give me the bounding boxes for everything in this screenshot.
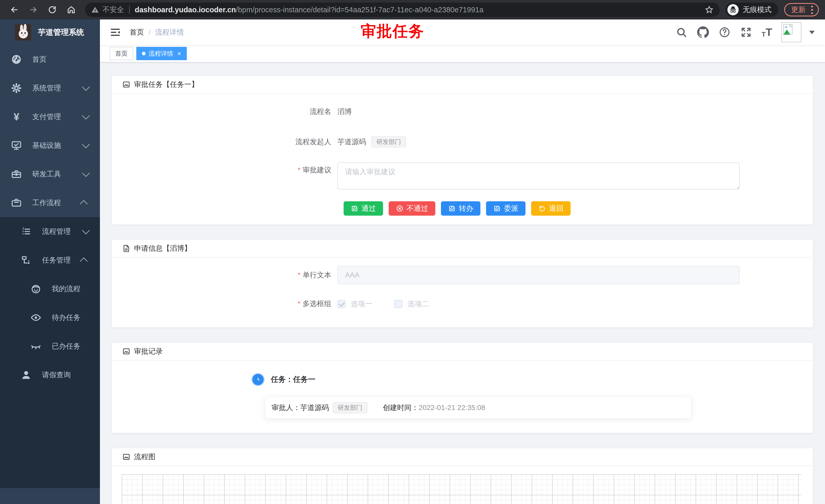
apply-info-card: 申请信息【滔博】 单行文本 多选框组 选项一: [111, 239, 814, 328]
field-label: 流程发起人: [112, 136, 338, 148]
process-name-row: 流程名 滔博: [112, 106, 813, 117]
tab-home[interactable]: 首页: [110, 47, 133, 60]
incognito-label: 无痕模式: [743, 5, 771, 15]
sidebar-item-system[interactable]: 系统管理: [0, 74, 100, 102]
browser-update-button[interactable]: 更新: [784, 3, 819, 16]
approval-record-item: 审批人： 芋道源码 研发部门 创建时间： 2022-01-21 22:35:08: [265, 397, 691, 418]
sidebar-item-leave-query[interactable]: 请假查询: [0, 360, 100, 389]
sidebar-item-done-tasks[interactable]: 已办任务: [0, 332, 100, 360]
url-text: dashboard.yudao.iocoder.cn/bpm/process-i…: [135, 6, 483, 14]
return-button[interactable]: 退回: [531, 201, 571, 216]
user-icon: [20, 369, 32, 381]
breadcrumb-current: 流程详情: [155, 27, 184, 37]
suggestion-row: 审批建议: [112, 162, 813, 189]
sidebar-item-payment[interactable]: ¥ 支付管理: [0, 102, 100, 131]
chevron-down-icon: [82, 226, 90, 234]
process-diagram-card: 流程图: [111, 448, 814, 504]
forward-icon[interactable]: [25, 3, 42, 17]
card-header: 流程图: [112, 448, 813, 466]
card-header: 审批记录: [112, 343, 813, 360]
eye-closed-icon: [30, 340, 42, 352]
bookmark-star-icon[interactable]: [705, 5, 714, 14]
tab-label: 流程详情: [149, 50, 173, 58]
search-icon[interactable]: [675, 26, 688, 38]
tab-close-icon[interactable]: ×: [177, 50, 181, 57]
github-icon[interactable]: [697, 26, 709, 38]
sidebar-item-label: 系统管理: [32, 83, 61, 93]
sidebar-item-devtools[interactable]: 研发工具: [0, 160, 100, 188]
sidebar-item-label: 任务管理: [42, 255, 71, 265]
card-title: 审批任务【任务一】: [134, 80, 199, 89]
tab-process-detail[interactable]: 流程详情 ×: [136, 47, 187, 60]
sidebar-item-home[interactable]: 首页: [0, 45, 100, 74]
sidebar-item-label: 首页: [32, 55, 47, 64]
url-bar[interactable]: 不安全 dashboard.yudao.iocoder.cn/bpm/proce…: [85, 3, 720, 17]
sidebar-logo[interactable]: 芋道管理系统: [0, 19, 100, 45]
approve-task-card: 审批任务【任务一】 流程名 滔博 流程发起人 芋道源码 研发部门: [111, 75, 814, 225]
edit-icon: [351, 204, 359, 212]
button-label: 退回: [549, 203, 564, 213]
button-label: 通过: [362, 203, 376, 213]
single-text-row: 单行文本: [112, 266, 813, 284]
delegate-button[interactable]: 委派: [486, 201, 525, 216]
yen-icon: ¥: [10, 111, 22, 123]
task-name: 任务：任务一: [271, 374, 315, 385]
breadcrumb-home[interactable]: 首页: [130, 27, 144, 37]
field-label: 审批建议: [112, 162, 338, 176]
gear-icon: [10, 82, 22, 94]
checkbox-label: 选项二: [407, 299, 429, 309]
sidebar-item-todo-tasks[interactable]: 待办任务: [0, 303, 100, 332]
help-icon[interactable]: [719, 26, 731, 38]
tree-icon: [20, 254, 32, 266]
sidebar-item-infra[interactable]: 基础设施: [0, 131, 100, 160]
edit-icon: [448, 204, 456, 212]
sidebar-item-process-mgmt[interactable]: 流程管理: [0, 217, 100, 246]
picture-outline-icon: [122, 452, 131, 461]
home-icon[interactable]: [63, 3, 79, 17]
checkbox-unchecked-icon: [394, 300, 402, 308]
top-navbar: 首页 / 流程详情 审批任务 TT: [100, 19, 825, 45]
chevron-down-icon: [82, 140, 90, 148]
undo-icon: [538, 204, 546, 212]
user-menu-caret-icon[interactable]: [809, 31, 815, 34]
app-title: 芋道管理系统: [38, 27, 84, 37]
sidebar-item-workflow[interactable]: 工作流程: [0, 188, 100, 217]
checkbox-checked-icon: [338, 300, 346, 308]
briefcase-icon: [10, 197, 22, 209]
card-header: 审批任务【任务一】: [112, 76, 813, 94]
monitor-icon: [10, 139, 22, 152]
card-title: 申请信息【滔博】: [134, 244, 192, 253]
button-label: 不通过: [406, 203, 428, 213]
approval-record-card: 审批记录 任务：任务一 审批人： 芋道源码: [111, 342, 814, 433]
suggestion-textarea[interactable]: [338, 162, 740, 189]
approve-button[interactable]: 通过: [344, 201, 383, 216]
sidebar: 芋道管理系统 首页 系统管理 ¥ 支付管理 基础设施: [0, 19, 100, 504]
action-buttons: 通过 不通过 转办 委派: [112, 201, 813, 216]
dept-tag: 研发部门: [371, 136, 406, 148]
created-time: 2022-01-21 22:35:08: [419, 404, 485, 412]
eye-open-icon: [30, 312, 42, 324]
sidebar-collapse-icon[interactable]: [106, 25, 124, 39]
sidebar-item-task-mgmt[interactable]: 任务管理: [0, 246, 100, 274]
browser-toolbar: 不安全 dashboard.yudao.iocoder.cn/bpm/proce…: [0, 0, 825, 19]
update-label: 更新: [791, 5, 806, 15]
reload-icon[interactable]: [44, 3, 61, 17]
checkbox-option-1: 选项一: [338, 299, 372, 309]
chevron-down-icon: [82, 83, 90, 91]
transfer-button[interactable]: 转办: [441, 201, 480, 216]
button-label: 转办: [459, 203, 473, 213]
field-label: 流程名: [112, 106, 338, 117]
sidebar-item-my-process[interactable]: 我的流程: [0, 274, 100, 303]
avatar[interactable]: [781, 22, 802, 42]
back-icon[interactable]: [6, 3, 22, 17]
fullscreen-icon[interactable]: [740, 26, 752, 38]
card-body: 任务：任务一 审批人： 芋道源码 研发部门 创建时间： 2022-01-21 2…: [112, 360, 813, 433]
navbar-actions: TT: [675, 22, 815, 42]
reject-button[interactable]: 不通过: [389, 201, 435, 216]
chevron-down-icon: [82, 169, 90, 177]
font-size-icon[interactable]: TT: [761, 27, 772, 37]
bpmn-canvas[interactable]: [122, 474, 801, 504]
browser-menu-icon[interactable]: [810, 5, 814, 15]
timeline-task-row: 任务：任务一: [252, 374, 813, 385]
sidebar-item-label: 基础设施: [32, 141, 61, 150]
